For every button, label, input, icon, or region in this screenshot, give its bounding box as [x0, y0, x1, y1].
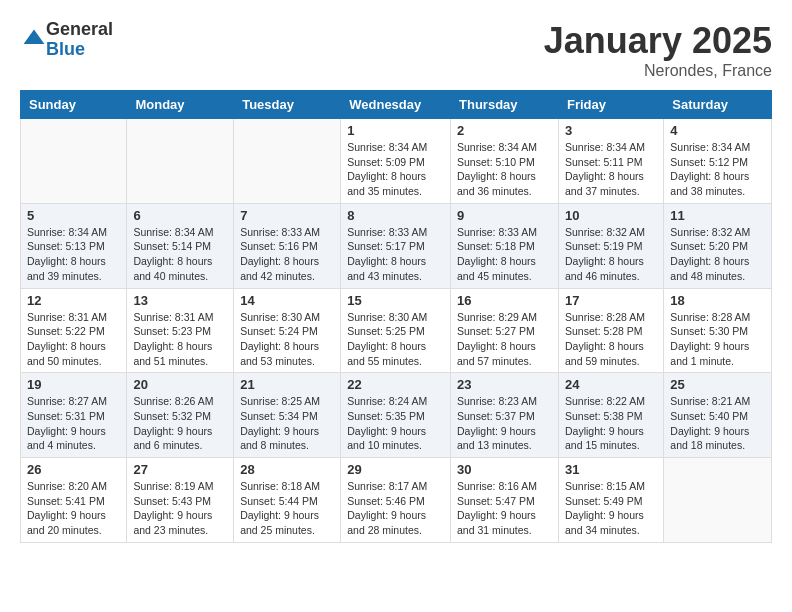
page-header: General Blue January 2025 Nerondes, Fran… [20, 20, 772, 80]
day-info: Sunrise: 8:34 AMSunset: 5:13 PMDaylight:… [27, 225, 120, 284]
calendar-cell: 19Sunrise: 8:27 AMSunset: 5:31 PMDayligh… [21, 373, 127, 458]
day-number: 2 [457, 123, 552, 138]
calendar-cell: 7Sunrise: 8:33 AMSunset: 5:16 PMDaylight… [234, 203, 341, 288]
calendar-cell [664, 458, 772, 543]
header-friday: Friday [558, 91, 663, 119]
calendar-cell: 27Sunrise: 8:19 AMSunset: 5:43 PMDayligh… [127, 458, 234, 543]
day-number: 27 [133, 462, 227, 477]
day-info: Sunrise: 8:33 AMSunset: 5:18 PMDaylight:… [457, 225, 552, 284]
calendar-row-1: 5Sunrise: 8:34 AMSunset: 5:13 PMDaylight… [21, 203, 772, 288]
calendar: SundayMondayTuesdayWednesdayThursdayFrid… [20, 90, 772, 543]
day-info: Sunrise: 8:27 AMSunset: 5:31 PMDaylight:… [27, 394, 120, 453]
calendar-cell: 15Sunrise: 8:30 AMSunset: 5:25 PMDayligh… [341, 288, 451, 373]
calendar-cell [21, 119, 127, 204]
calendar-cell: 4Sunrise: 8:34 AMSunset: 5:12 PMDaylight… [664, 119, 772, 204]
day-info: Sunrise: 8:34 AMSunset: 5:12 PMDaylight:… [670, 140, 765, 199]
calendar-header-row: SundayMondayTuesdayWednesdayThursdayFrid… [21, 91, 772, 119]
logo-blue: Blue [46, 40, 113, 60]
day-info: Sunrise: 8:34 AMSunset: 5:11 PMDaylight:… [565, 140, 657, 199]
day-info: Sunrise: 8:16 AMSunset: 5:47 PMDaylight:… [457, 479, 552, 538]
month-title: January 2025 [544, 20, 772, 62]
day-info: Sunrise: 8:30 AMSunset: 5:24 PMDaylight:… [240, 310, 334, 369]
calendar-cell: 11Sunrise: 8:32 AMSunset: 5:20 PMDayligh… [664, 203, 772, 288]
day-info: Sunrise: 8:33 AMSunset: 5:17 PMDaylight:… [347, 225, 444, 284]
calendar-cell: 14Sunrise: 8:30 AMSunset: 5:24 PMDayligh… [234, 288, 341, 373]
calendar-cell: 16Sunrise: 8:29 AMSunset: 5:27 PMDayligh… [451, 288, 559, 373]
header-sunday: Sunday [21, 91, 127, 119]
calendar-cell: 5Sunrise: 8:34 AMSunset: 5:13 PMDaylight… [21, 203, 127, 288]
day-number: 5 [27, 208, 120, 223]
day-info: Sunrise: 8:26 AMSunset: 5:32 PMDaylight:… [133, 394, 227, 453]
day-number: 21 [240, 377, 334, 392]
calendar-cell: 31Sunrise: 8:15 AMSunset: 5:49 PMDayligh… [558, 458, 663, 543]
day-info: Sunrise: 8:31 AMSunset: 5:22 PMDaylight:… [27, 310, 120, 369]
day-number: 31 [565, 462, 657, 477]
calendar-cell: 1Sunrise: 8:34 AMSunset: 5:09 PMDaylight… [341, 119, 451, 204]
day-number: 23 [457, 377, 552, 392]
day-info: Sunrise: 8:23 AMSunset: 5:37 PMDaylight:… [457, 394, 552, 453]
day-number: 28 [240, 462, 334, 477]
calendar-cell: 21Sunrise: 8:25 AMSunset: 5:34 PMDayligh… [234, 373, 341, 458]
header-saturday: Saturday [664, 91, 772, 119]
day-info: Sunrise: 8:31 AMSunset: 5:23 PMDaylight:… [133, 310, 227, 369]
day-info: Sunrise: 8:34 AMSunset: 5:09 PMDaylight:… [347, 140, 444, 199]
day-info: Sunrise: 8:28 AMSunset: 5:30 PMDaylight:… [670, 310, 765, 369]
header-wednesday: Wednesday [341, 91, 451, 119]
day-info: Sunrise: 8:34 AMSunset: 5:10 PMDaylight:… [457, 140, 552, 199]
calendar-cell: 9Sunrise: 8:33 AMSunset: 5:18 PMDaylight… [451, 203, 559, 288]
day-info: Sunrise: 8:29 AMSunset: 5:27 PMDaylight:… [457, 310, 552, 369]
day-number: 16 [457, 293, 552, 308]
day-number: 30 [457, 462, 552, 477]
calendar-cell: 28Sunrise: 8:18 AMSunset: 5:44 PMDayligh… [234, 458, 341, 543]
day-number: 7 [240, 208, 334, 223]
calendar-cell: 24Sunrise: 8:22 AMSunset: 5:38 PMDayligh… [558, 373, 663, 458]
day-info: Sunrise: 8:34 AMSunset: 5:14 PMDaylight:… [133, 225, 227, 284]
day-number: 6 [133, 208, 227, 223]
day-info: Sunrise: 8:25 AMSunset: 5:34 PMDaylight:… [240, 394, 334, 453]
calendar-cell: 10Sunrise: 8:32 AMSunset: 5:19 PMDayligh… [558, 203, 663, 288]
logo: General Blue [20, 20, 113, 60]
day-number: 13 [133, 293, 227, 308]
day-info: Sunrise: 8:28 AMSunset: 5:28 PMDaylight:… [565, 310, 657, 369]
day-info: Sunrise: 8:32 AMSunset: 5:20 PMDaylight:… [670, 225, 765, 284]
calendar-cell: 17Sunrise: 8:28 AMSunset: 5:28 PMDayligh… [558, 288, 663, 373]
day-number: 19 [27, 377, 120, 392]
calendar-row-3: 19Sunrise: 8:27 AMSunset: 5:31 PMDayligh… [21, 373, 772, 458]
calendar-cell: 25Sunrise: 8:21 AMSunset: 5:40 PMDayligh… [664, 373, 772, 458]
calendar-row-2: 12Sunrise: 8:31 AMSunset: 5:22 PMDayligh… [21, 288, 772, 373]
day-info: Sunrise: 8:22 AMSunset: 5:38 PMDaylight:… [565, 394, 657, 453]
calendar-cell [127, 119, 234, 204]
day-number: 18 [670, 293, 765, 308]
day-number: 22 [347, 377, 444, 392]
calendar-cell: 8Sunrise: 8:33 AMSunset: 5:17 PMDaylight… [341, 203, 451, 288]
calendar-cell: 18Sunrise: 8:28 AMSunset: 5:30 PMDayligh… [664, 288, 772, 373]
calendar-cell: 6Sunrise: 8:34 AMSunset: 5:14 PMDaylight… [127, 203, 234, 288]
day-number: 25 [670, 377, 765, 392]
calendar-cell: 22Sunrise: 8:24 AMSunset: 5:35 PMDayligh… [341, 373, 451, 458]
day-number: 8 [347, 208, 444, 223]
day-info: Sunrise: 8:24 AMSunset: 5:35 PMDaylight:… [347, 394, 444, 453]
day-number: 1 [347, 123, 444, 138]
calendar-cell: 23Sunrise: 8:23 AMSunset: 5:37 PMDayligh… [451, 373, 559, 458]
calendar-row-4: 26Sunrise: 8:20 AMSunset: 5:41 PMDayligh… [21, 458, 772, 543]
calendar-cell: 20Sunrise: 8:26 AMSunset: 5:32 PMDayligh… [127, 373, 234, 458]
location: Nerondes, France [544, 62, 772, 80]
calendar-cell: 30Sunrise: 8:16 AMSunset: 5:47 PMDayligh… [451, 458, 559, 543]
day-info: Sunrise: 8:17 AMSunset: 5:46 PMDaylight:… [347, 479, 444, 538]
logo-text: General Blue [46, 20, 113, 60]
calendar-cell: 12Sunrise: 8:31 AMSunset: 5:22 PMDayligh… [21, 288, 127, 373]
calendar-cell: 26Sunrise: 8:20 AMSunset: 5:41 PMDayligh… [21, 458, 127, 543]
calendar-cell [234, 119, 341, 204]
day-number: 12 [27, 293, 120, 308]
calendar-cell: 3Sunrise: 8:34 AMSunset: 5:11 PMDaylight… [558, 119, 663, 204]
day-number: 24 [565, 377, 657, 392]
day-info: Sunrise: 8:21 AMSunset: 5:40 PMDaylight:… [670, 394, 765, 453]
day-number: 9 [457, 208, 552, 223]
day-info: Sunrise: 8:32 AMSunset: 5:19 PMDaylight:… [565, 225, 657, 284]
day-info: Sunrise: 8:33 AMSunset: 5:16 PMDaylight:… [240, 225, 334, 284]
logo-icon [22, 28, 46, 52]
calendar-cell: 29Sunrise: 8:17 AMSunset: 5:46 PMDayligh… [341, 458, 451, 543]
header-thursday: Thursday [451, 91, 559, 119]
day-number: 3 [565, 123, 657, 138]
day-info: Sunrise: 8:15 AMSunset: 5:49 PMDaylight:… [565, 479, 657, 538]
